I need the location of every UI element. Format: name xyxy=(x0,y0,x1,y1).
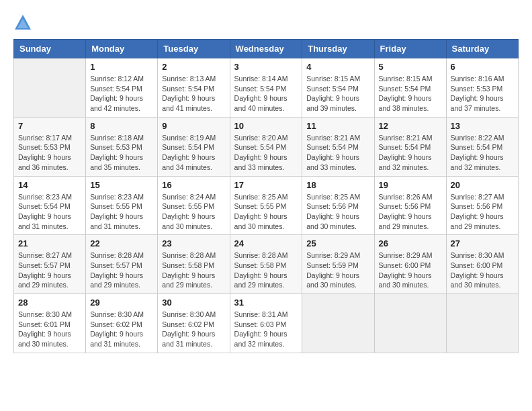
calendar-cell: 28Sunrise: 8:30 AMSunset: 6:01 PMDayligh… xyxy=(14,294,86,353)
calendar-body: 1Sunrise: 8:12 AMSunset: 5:54 PMDaylight… xyxy=(14,58,519,353)
calendar-cell: 5Sunrise: 8:15 AMSunset: 5:54 PMDaylight… xyxy=(374,58,446,118)
day-info: Sunrise: 8:13 AMSunset: 5:54 PMDaylight:… xyxy=(162,74,225,113)
day-info: Sunrise: 8:24 AMSunset: 5:55 PMDaylight:… xyxy=(162,192,225,232)
calendar-cell: 12Sunrise: 8:21 AMSunset: 5:54 PMDayligh… xyxy=(374,117,446,176)
calendar-cell: 20Sunrise: 8:27 AMSunset: 5:56 PMDayligh… xyxy=(446,176,518,235)
weekday-header-monday: Monday xyxy=(86,40,158,58)
logo xyxy=(13,13,35,32)
day-number: 20 xyxy=(451,180,514,190)
calendar-cell: 24Sunrise: 8:28 AMSunset: 5:58 PMDayligh… xyxy=(230,235,302,294)
day-number: 10 xyxy=(234,121,298,131)
day-info: Sunrise: 8:15 AMSunset: 5:54 PMDaylight:… xyxy=(379,74,442,113)
day-number: 15 xyxy=(90,180,153,190)
weekday-header-thursday: Thursday xyxy=(302,40,374,58)
day-number: 3 xyxy=(234,62,298,72)
calendar-cell: 8Sunrise: 8:18 AMSunset: 5:53 PMDaylight… xyxy=(86,117,158,176)
calendar-cell: 6Sunrise: 8:16 AMSunset: 5:53 PMDaylight… xyxy=(446,58,518,118)
day-info: Sunrise: 8:26 AMSunset: 5:56 PMDaylight:… xyxy=(379,192,442,232)
calendar-week-row: 21Sunrise: 8:27 AMSunset: 5:57 PMDayligh… xyxy=(14,235,519,294)
day-number: 5 xyxy=(379,62,442,72)
weekday-header-sunday: Sunday xyxy=(14,40,86,58)
day-info: Sunrise: 8:25 AMSunset: 5:56 PMDaylight:… xyxy=(306,192,369,232)
calendar-cell: 9Sunrise: 8:19 AMSunset: 5:54 PMDaylight… xyxy=(158,117,230,176)
day-number: 13 xyxy=(451,121,514,131)
day-number: 14 xyxy=(18,180,81,190)
day-number: 18 xyxy=(306,180,369,190)
calendar-cell: 17Sunrise: 8:25 AMSunset: 5:55 PMDayligh… xyxy=(230,176,302,235)
day-info: Sunrise: 8:30 AMSunset: 6:00 PMDaylight:… xyxy=(451,250,514,290)
weekday-header-wednesday: Wednesday xyxy=(230,40,302,58)
day-info: Sunrise: 8:29 AMSunset: 5:59 PMDaylight:… xyxy=(306,250,369,290)
day-info: Sunrise: 8:18 AMSunset: 5:53 PMDaylight:… xyxy=(90,133,153,173)
day-info: Sunrise: 8:16 AMSunset: 5:53 PMDaylight:… xyxy=(451,74,514,113)
day-info: Sunrise: 8:22 AMSunset: 5:54 PMDaylight:… xyxy=(451,133,514,173)
day-number: 26 xyxy=(379,238,442,248)
day-number: 8 xyxy=(90,121,153,131)
day-info: Sunrise: 8:23 AMSunset: 5:54 PMDaylight:… xyxy=(18,192,81,232)
calendar-cell: 4Sunrise: 8:15 AMSunset: 5:54 PMDaylight… xyxy=(302,58,374,118)
day-info: Sunrise: 8:28 AMSunset: 5:58 PMDaylight:… xyxy=(162,250,225,290)
day-number: 9 xyxy=(162,121,225,131)
day-number: 22 xyxy=(90,238,153,248)
calendar-cell: 31Sunrise: 8:31 AMSunset: 6:03 PMDayligh… xyxy=(230,294,302,353)
calendar-cell xyxy=(14,58,86,118)
logo-icon xyxy=(13,13,32,32)
day-number: 4 xyxy=(306,62,369,72)
calendar-cell: 13Sunrise: 8:22 AMSunset: 5:54 PMDayligh… xyxy=(446,117,518,176)
day-number: 16 xyxy=(162,180,225,190)
calendar-week-row: 14Sunrise: 8:23 AMSunset: 5:54 PMDayligh… xyxy=(14,176,519,235)
day-info: Sunrise: 8:19 AMSunset: 5:54 PMDaylight:… xyxy=(162,133,225,173)
day-number: 27 xyxy=(451,238,514,248)
day-number: 31 xyxy=(234,298,298,308)
calendar-cell: 16Sunrise: 8:24 AMSunset: 5:55 PMDayligh… xyxy=(158,176,230,235)
day-info: Sunrise: 8:20 AMSunset: 5:54 PMDaylight:… xyxy=(234,133,298,173)
calendar-cell: 23Sunrise: 8:28 AMSunset: 5:58 PMDayligh… xyxy=(158,235,230,294)
day-number: 11 xyxy=(306,121,369,131)
calendar-cell: 21Sunrise: 8:27 AMSunset: 5:57 PMDayligh… xyxy=(14,235,86,294)
day-info: Sunrise: 8:30 AMSunset: 6:01 PMDaylight:… xyxy=(18,310,81,349)
calendar-cell xyxy=(374,294,446,353)
day-info: Sunrise: 8:14 AMSunset: 5:54 PMDaylight:… xyxy=(234,74,298,113)
day-number: 23 xyxy=(162,238,225,248)
day-info: Sunrise: 8:21 AMSunset: 5:54 PMDaylight:… xyxy=(306,133,369,173)
day-info: Sunrise: 8:27 AMSunset: 5:57 PMDaylight:… xyxy=(18,250,81,290)
calendar-cell: 22Sunrise: 8:28 AMSunset: 5:57 PMDayligh… xyxy=(86,235,158,294)
day-number: 21 xyxy=(18,238,81,248)
calendar-week-row: 28Sunrise: 8:30 AMSunset: 6:01 PMDayligh… xyxy=(14,294,519,353)
calendar-cell: 11Sunrise: 8:21 AMSunset: 5:54 PMDayligh… xyxy=(302,117,374,176)
day-number: 7 xyxy=(18,121,81,131)
calendar-cell: 26Sunrise: 8:29 AMSunset: 6:00 PMDayligh… xyxy=(374,235,446,294)
calendar-cell: 14Sunrise: 8:23 AMSunset: 5:54 PMDayligh… xyxy=(14,176,86,235)
day-info: Sunrise: 8:12 AMSunset: 5:54 PMDaylight:… xyxy=(90,74,153,113)
calendar-cell: 7Sunrise: 8:17 AMSunset: 5:53 PMDaylight… xyxy=(14,117,86,176)
day-info: Sunrise: 8:25 AMSunset: 5:55 PMDaylight:… xyxy=(234,192,298,232)
calendar-cell: 30Sunrise: 8:30 AMSunset: 6:02 PMDayligh… xyxy=(158,294,230,353)
calendar-cell: 19Sunrise: 8:26 AMSunset: 5:56 PMDayligh… xyxy=(374,176,446,235)
calendar-week-row: 1Sunrise: 8:12 AMSunset: 5:54 PMDaylight… xyxy=(14,58,519,118)
day-info: Sunrise: 8:30 AMSunset: 6:02 PMDaylight:… xyxy=(162,310,225,349)
calendar-cell xyxy=(302,294,374,353)
calendar-cell: 27Sunrise: 8:30 AMSunset: 6:00 PMDayligh… xyxy=(446,235,518,294)
calendar-cell: 29Sunrise: 8:30 AMSunset: 6:02 PMDayligh… xyxy=(86,294,158,353)
day-info: Sunrise: 8:27 AMSunset: 5:56 PMDaylight:… xyxy=(451,192,514,232)
day-number: 30 xyxy=(162,298,225,308)
calendar-cell: 2Sunrise: 8:13 AMSunset: 5:54 PMDaylight… xyxy=(158,58,230,118)
day-number: 1 xyxy=(90,62,153,72)
day-info: Sunrise: 8:30 AMSunset: 6:02 PMDaylight:… xyxy=(90,310,153,349)
calendar-cell: 3Sunrise: 8:14 AMSunset: 5:54 PMDaylight… xyxy=(230,58,302,118)
day-number: 24 xyxy=(234,238,298,248)
calendar-cell: 15Sunrise: 8:23 AMSunset: 5:55 PMDayligh… xyxy=(86,176,158,235)
calendar-header: SundayMondayTuesdayWednesdayThursdayFrid… xyxy=(14,40,519,58)
weekday-header-friday: Friday xyxy=(374,40,446,58)
calendar-table: SundayMondayTuesdayWednesdayThursdayFrid… xyxy=(13,39,519,353)
day-number: 19 xyxy=(379,180,442,190)
day-info: Sunrise: 8:28 AMSunset: 5:58 PMDaylight:… xyxy=(234,250,298,290)
day-number: 17 xyxy=(234,180,298,190)
calendar-cell: 1Sunrise: 8:12 AMSunset: 5:54 PMDaylight… xyxy=(86,58,158,118)
day-info: Sunrise: 8:21 AMSunset: 5:54 PMDaylight:… xyxy=(379,133,442,173)
calendar-cell: 25Sunrise: 8:29 AMSunset: 5:59 PMDayligh… xyxy=(302,235,374,294)
day-number: 25 xyxy=(306,238,369,248)
day-number: 2 xyxy=(162,62,225,72)
day-info: Sunrise: 8:29 AMSunset: 6:00 PMDaylight:… xyxy=(379,250,442,290)
weekday-header-row: SundayMondayTuesdayWednesdayThursdayFrid… xyxy=(14,40,519,58)
